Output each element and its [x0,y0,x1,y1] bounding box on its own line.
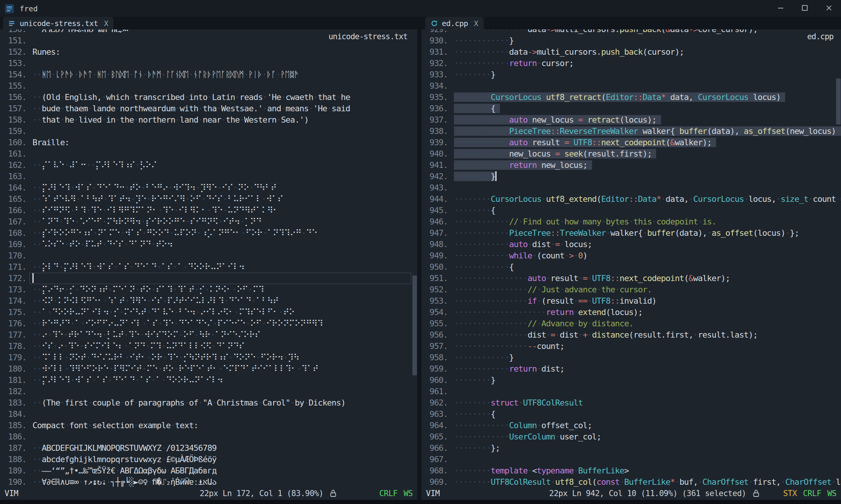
code-line[interactable]: 153. [0,58,417,69]
code-line[interactable]: 180.··⠺⠊⠇⠇·⠹⠻⠑⠋⠕⠗⠑·⠏⠻⠍⠊⠞·⠍⠑·⠞⠕·⠗⠑⠏⠑⠁⠞⠂·⠑… [0,363,417,375]
pane-divider[interactable] [417,17,421,500]
code-line[interactable]: 950.············{ [421,261,841,273]
code-line[interactable]: 171.··⡕⠇⠙·⡍⠜⠇⠑⠹·⠺⠁⠎·⠁⠎·⠙⠑⠁⠙·⠁⠎·⠁·⠙⠕⠕⠗⠤⠝⠁… [0,261,417,273]
code-line[interactable]: 166.··⠎⠊⠛⠝⠫·⠃⠹·⠹⠑·⠊⠇⠻⠛⠹⠍⠁⠝⠂·⠹⠑·⠊⠇⠻⠅⠂·⠹⠑·… [0,205,417,216]
tab-ed-cpp[interactable]: ed.cpp X [425,17,484,29]
code-line[interactable]: 934. [421,80,841,92]
code-line[interactable]: 960.········} [421,375,841,386]
code-line[interactable]: 942.········} [421,171,841,182]
code-line[interactable]: 968.········template·<typename·BufferLik… [421,465,841,476]
tab-close-icon[interactable]: X [474,19,478,28]
lock-icon[interactable] [329,489,337,498]
code-line[interactable]: 184. [0,409,417,420]
lock-icon[interactable] [752,489,760,498]
close-button[interactable] [817,0,841,17]
code-line[interactable]: 963.········{ [421,409,841,420]
code-line[interactable]: 964.············Column·offset_col; [421,420,841,431]
code-line[interactable]: 936.········{ [421,103,841,114]
code-line[interactable]: 969.········UTF8ColResult·utf8_col(const… [421,476,841,487]
editor-pane-right[interactable]: 929.················data->multi_cursors.… [421,17,841,487]
code-line[interactable]: 156.··(Old·English,·which·transcribed·in… [0,92,417,103]
code-line[interactable]: 930.············} [421,35,841,46]
code-line[interactable]: 168.··⡎⠊⠗⠕⠕⠛⠑⠰⠎·⠝⠁⠍⠑·⠺⠁⠎·⠛⠕⠕⠙·⠥⠏⠕⠝·⠰⡡⠁⠝⠛… [0,227,417,239]
code-line[interactable]: 167.··⠁⠝⠙·⠹⠑·⠡⠊⠑⠋·⠍⠳⠗⠝⠻⠲·⡎⠊⠗⠕⠕⠛⠑·⠎⠊⠛⠝⠫·⠊… [0,216,417,227]
code-line[interactable]: 169.··⠡⠕⠎⠑·⠞⠕·⠏⠥⠞·⠙⠊⠎·⠙⠁⠝⠙·⠞⠕⠲ [0,239,417,250]
code-line[interactable]: 170. [0,250,417,261]
code-line[interactable]: 172. [0,273,417,284]
code-line[interactable]: 933.········} [421,69,841,80]
code-line[interactable]: 179.··⠩⠁⠇⠇·⠝⠕⠞·⠙⠊⠌⠥⠗⠃·⠊⠞⠂·⠕⠗·⠹⠑·⡊⠳⠝⠞⠗⠹⠰⠎… [0,352,417,363]
code-line[interactable]: 966.········}; [421,443,841,454]
code-line[interactable]: 941.············return·new_locus; [421,160,841,171]
code-line[interactable]: 163. [0,171,417,182]
code-line[interactable]: 189.··–—‘“”„†•…‰™œŠŸž€·ΑΒΓΔΩαβγδω·АБВГДа… [0,465,417,476]
code-line[interactable]: 181.··⡍⠜⠇⠑⠹·⠺⠁⠎·⠁⠎·⠙⠑⠁⠙·⠁⠎·⠁·⠙⠕⠕⠗⠤⠝⠁⠊⠇⠲ [0,375,417,386]
code-line[interactable]: 931.············data->multi_cursors.push… [421,46,841,58]
code-line[interactable]: 935.········CursorLocus·utf8_retract(Edi… [421,92,841,103]
whitespace-indicator-left[interactable]: WS [404,489,413,498]
code-line[interactable]: 187.··ABCDEFGHIJKLMNOPQRSTUVWXYZ·/012345… [0,443,417,454]
code-line[interactable]: 967. [421,454,841,465]
tab-unicode-stress-txt[interactable]: unicode-stress.txt X [3,17,114,29]
code-line[interactable]: 940.············new_locus·=·seek(result.… [421,148,841,160]
code-line[interactable]: 157.··bude·thaem·lande·northweardum·with… [0,103,417,114]
scrollbar-thumb-left[interactable] [412,275,417,375]
code-line[interactable]: 177.··⠔·⠹⠑·⠞⠗⠁⠙⠑⠲·⡃⠥⠞·⠹⠑·⠺⠊⠎⠙⠕⠍·⠕⠋·⠳⠗·⠁⠝… [0,329,417,341]
editor-pane-left[interactable]: 150.··እግርህን·በፍራሽህ·ልክ·ዘርጋ።151.152.Runes:1… [0,17,417,487]
code-line[interactable]: 961. [421,386,841,397]
code-line[interactable]: 164.··⡍⠜⠇⠑⠹·⠺⠁⠎·⠙⠑⠁⠙⠒·⠞⠕·⠃⠑⠛⠔·⠺⠊⠹⠲·⡹⠻⠑·⠊… [0,182,417,194]
code-line[interactable]: 173.··⡍⠔⠙⠖·⡊·⠙⠕⠝⠰⠞·⠍⠑⠁⠝·⠞⠕·⠎⠁⠹·⠹⠁⠞·⡊·⠅⠝⠪… [0,284,417,295]
code-line[interactable]: 188.··abcdefghijklmnopqrstuvwxyz·£©µÀÆÖÞ… [0,454,417,465]
code-line[interactable]: 944.········CursorLocus·utf8_extend(Edit… [421,194,841,205]
code-line[interactable]: 161. [0,148,417,160]
code-line[interactable]: 162.··⡌⠁⠧⠑·⠼⠁⠒··⡍⠜⠇⠑⠹⠰⠎·⡣⠕⠌ [0,160,417,171]
code-line[interactable]: 158.··that·he·lived·in·the·northern·land… [0,114,417,126]
code-line[interactable]: 176.··⠗⠑⠛⠜⠙·⠁·⠊⠕⠋⠋⠔⠤⠝⠁⠊⠇·⠁⠎·⠹⠑·⠙⠑⠁⠙⠑⠌·⠏⠊… [0,318,417,329]
code-line[interactable]: 956.················dist·=·dist·+·distan… [421,329,841,341]
code-line[interactable]: 186. [0,431,417,443]
code-line[interactable]: 946.············//·Find·out·how·many·byt… [421,216,841,227]
code-line[interactable]: 183.··(The·first·couple·of·paragraphs·of… [0,397,417,409]
code-line[interactable]: 932.············return·cursor; [421,58,841,69]
scrollbar-left[interactable] [412,17,417,487]
title-bar[interactable]: fred [0,0,841,17]
scrollbar-thumb-right[interactable] [836,78,841,124]
code-line[interactable]: 955.················//·Advance·by·distan… [421,318,841,329]
code-line[interactable]: 943. [421,182,841,194]
code-line[interactable]: 958.············} [421,352,841,363]
code-line[interactable]: 952.················//·Just·advance·the·… [421,284,841,295]
code-line[interactable]: 957.················--count; [421,341,841,352]
code-line[interactable]: 962.········struct·UTF8ColResult [421,397,841,409]
maximize-button[interactable] [793,0,817,17]
code-line[interactable]: 174.··⠪⠝·⠅⠝⠪⠇⠫⠛⠑⠂·⠱⠁⠞·⠹⠻⠑·⠊⠎·⠏⠜⠞⠊⠊⠥⠇⠜⠇⠹·… [0,295,417,307]
code-line[interactable]: 938.············PieceTree::ReverseTreeWa… [421,126,841,137]
code-line[interactable]: 948.············auto·dist·=·locus; [421,239,841,250]
code-line[interactable]: 154.··ᚻᛖ·ᚳᚹᚫᚦ·ᚦᚫᛏ·ᚻᛖ·ᛒᚢᛞᛖ·ᚩᚾ·ᚦᚫᛗ·ᛚᚪᚾᛞᛖ·ᚾ… [0,69,417,80]
eol-indicator-right[interactable]: CRLF [803,489,821,498]
code-line[interactable]: 947.············PieceTree::TreeWalker·wa… [421,227,841,239]
code-line[interactable]: 178.··⠊⠎·⠔·⠹⠑·⠎⠊⠍⠊⠇⠑⠆·⠁⠝⠙·⠍⠹·⠥⠝⠙⠁⠇⠇⠪⠫·⠙⠁… [0,341,417,352]
code-line[interactable]: 175.··⠁·⠙⠕⠕⠗⠤⠝⠁⠊⠇⠲·⡊·⠍⠊⠣⠞·⠙⠁⠧⠑·⠃⠑⠲·⠔⠊⠇⠔⠫… [0,307,417,318]
code-line[interactable]: 165.··⠱⠁⠞⠑⠧⠻·⠁⠃⠳⠞·⠹⠁⠞⠲·⡹⠑·⠗⠑⠛⠊⠌⠻·⠕⠋·⠙⠊⠎·… [0,194,417,205]
eol-indicator-left[interactable]: CRLF [379,489,398,498]
code-line[interactable]: 949.············while·(count·>·0) [421,250,841,261]
code-line[interactable]: 185.Compact·font·selection·example·text: [0,420,417,431]
code-line[interactable]: 182. [0,386,417,397]
whitespace-indicator-right[interactable]: WS [827,489,836,498]
code-line[interactable]: 160.Braille: [0,137,417,148]
minimize-button[interactable] [769,0,793,17]
code-line[interactable]: 190.··∀∂∈ℝ∧∪≡∞·↑↗↨↻⇣·┐┼╔╘░►☺♀·ﬁ�⑀₂ἠḂӥẄɐː… [0,476,417,487]
code-line[interactable]: 951.················auto·result·=·UTF8::… [421,273,841,284]
code-line[interactable]: 155. [0,80,417,92]
scrollbar-right[interactable] [836,17,841,487]
tab-close-icon[interactable]: X [104,19,108,28]
syntax-indicator-right[interactable]: STX [783,489,797,498]
code-line[interactable]: 152.Runes: [0,46,417,58]
code-line[interactable]: 937.············auto·new_locus·=·retract… [421,114,841,126]
code-line[interactable]: 959.············return·dist; [421,363,841,375]
code-line[interactable]: 159. [0,126,417,137]
code-line[interactable]: 954.····················return·extend(lo… [421,307,841,318]
code-line[interactable]: 953.················if·(result·==·UTF8::… [421,295,841,307]
code-line[interactable]: 939.············auto·result·=·UTF8::next… [421,137,841,148]
code-line[interactable]: 965.············UserColumn·user_col; [421,431,841,443]
